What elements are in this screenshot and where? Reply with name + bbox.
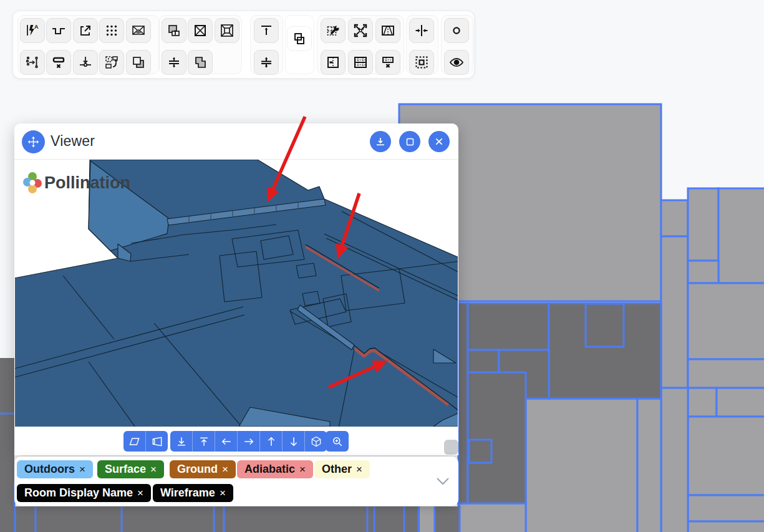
- svg-text:A: A: [34, 24, 39, 30]
- svg-text:Pollination: Pollination: [44, 173, 130, 192]
